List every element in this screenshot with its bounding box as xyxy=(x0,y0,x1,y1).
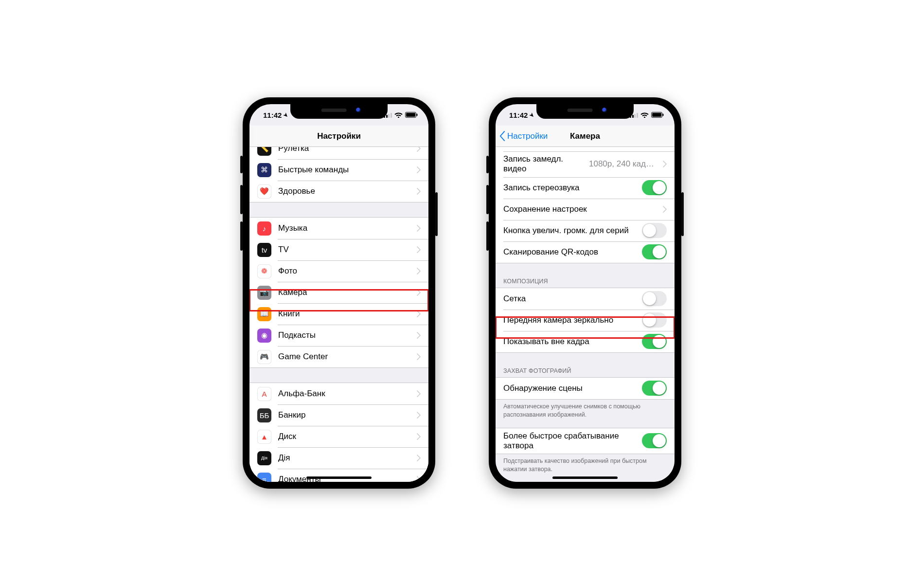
row-label: Сохранение настроек xyxy=(503,204,656,214)
settings-row-shortcuts[interactable]: ⌘ Быстрые команды xyxy=(249,159,428,181)
ruler-icon: 📏 xyxy=(257,147,271,156)
svg-rect-2 xyxy=(417,114,418,116)
row-label: Диск xyxy=(278,432,410,441)
row-label: Книги xyxy=(278,309,410,319)
nav-bar: Настройки xyxy=(249,126,428,147)
alfa-icon: A xyxy=(257,387,271,401)
chevron-right-icon xyxy=(417,289,421,296)
diia-icon: Дія xyxy=(257,451,271,465)
home-indicator xyxy=(552,476,618,479)
camera-row-fast-shutter[interactable]: Более быстрое срабатывание затвора xyxy=(496,428,675,454)
row-label: Более быстрое срабатывание затвора xyxy=(503,431,635,451)
toggle-switch[interactable] xyxy=(642,381,667,396)
nav-title: Настройки xyxy=(317,131,361,141)
row-detail: 1080p, 240 кад… xyxy=(589,159,654,169)
camera-row-stereo[interactable]: Запись стереозвука xyxy=(496,177,675,199)
toggle-switch[interactable] xyxy=(642,180,667,195)
row-label: Кнопка увелич. громк. для серий xyxy=(503,226,635,236)
camera-row-show-outside-frame[interactable]: Показывать вне кадра xyxy=(496,331,675,352)
settings-row-ruler[interactable]: 📏 Рулетка xyxy=(249,147,428,159)
settings-row-disk[interactable]: ▲ Диск xyxy=(249,426,428,447)
settings-row-tv[interactable]: tv TV xyxy=(249,239,428,260)
chevron-right-icon xyxy=(417,147,421,152)
row-label: Сетка xyxy=(503,294,635,304)
camera-row-video-record[interactable]: Запись видео 4K, 30 кадр/с xyxy=(496,147,675,151)
location-icon: ➤ xyxy=(282,111,290,119)
chevron-right-icon xyxy=(663,206,667,213)
row-label: TV xyxy=(278,245,410,255)
toggle-switch[interactable] xyxy=(642,312,667,328)
chevron-right-icon xyxy=(417,166,421,173)
battery-icon xyxy=(651,112,664,118)
settings-row-alfa[interactable]: A Альфа-Банк xyxy=(249,383,428,404)
row-label: Обнаружение сцены xyxy=(503,384,635,393)
settings-row-podcasts[interactable]: ◉ Подкасты xyxy=(249,325,428,346)
row-label: Рулетка xyxy=(278,147,410,153)
back-button[interactable]: Настройки xyxy=(499,126,548,146)
wifi-icon xyxy=(394,112,403,118)
toggle-switch[interactable] xyxy=(642,223,667,238)
section-header-composition: КОМПОЗИЦИЯ xyxy=(496,274,675,288)
settings-content[interactable]: 📏 Рулетка ⌘ Быстрые команды ❤️ Здоровье … xyxy=(249,147,428,482)
row-label: Музыка xyxy=(278,223,410,233)
photos-icon: ❁ xyxy=(257,264,271,278)
bankir-icon: ББ xyxy=(257,408,271,422)
settings-row-bankir[interactable]: ББ Банкир xyxy=(249,404,428,426)
svg-rect-5 xyxy=(663,114,664,116)
nav-bar: Настройки Камера xyxy=(496,126,675,147)
camera-row-preserve-settings[interactable]: Сохранение настроек xyxy=(496,199,675,220)
section-header-capture: ЗАХВАТ ФОТОГРАФИЙ xyxy=(496,364,675,377)
tv-icon: tv xyxy=(257,243,271,257)
docs-icon: ≡ xyxy=(257,473,271,482)
nav-title: Камера xyxy=(570,131,600,141)
chevron-right-icon xyxy=(417,332,421,339)
camera-row-slomo-record[interactable]: Запись замедл. видео 1080p, 240 кад… xyxy=(496,151,675,177)
row-label: Запись замедл. видео xyxy=(503,154,582,174)
home-indicator xyxy=(306,476,372,479)
row-label: Фото xyxy=(278,266,410,276)
settings-row-docs[interactable]: ≡ Документы xyxy=(249,469,428,482)
camera-row-scene-detect[interactable]: Обнаружение сцены xyxy=(496,378,675,399)
camera-settings-content[interactable]: Запись видео 4K, 30 кадр/с Запись замедл… xyxy=(496,147,675,482)
status-time: 11:42 xyxy=(509,111,528,119)
row-label: Быстрые команды xyxy=(278,165,410,175)
chevron-right-icon xyxy=(417,476,421,482)
chevron-right-icon xyxy=(417,188,421,195)
camera-row-grid[interactable]: Сетка xyxy=(496,288,675,310)
settings-row-photos[interactable]: ❁ Фото xyxy=(249,260,428,282)
camera-row-volume-burst[interactable]: Кнопка увелич. громк. для серий xyxy=(496,220,675,241)
phone-left: 11:42 ➤ Настройки 📏 Рулетка ⌘ Быстр xyxy=(243,97,435,489)
notch xyxy=(536,104,634,119)
settings-row-diia[interactable]: Дія Дія xyxy=(249,447,428,469)
chevron-right-icon xyxy=(417,455,421,461)
back-label: Настройки xyxy=(507,131,548,141)
camera-row-mirror-front[interactable]: Передняя камера зеркально xyxy=(496,310,675,331)
phone-right: 11:42 ➤ Настройки Камера xyxy=(489,97,681,489)
toggle-switch[interactable] xyxy=(642,433,667,448)
toggle-switch[interactable] xyxy=(642,291,667,306)
camera-icon: 📷 xyxy=(257,286,271,300)
row-label: Камера xyxy=(278,288,410,297)
section-footer-shutter: Подстраивать качество изображений при бы… xyxy=(496,454,675,475)
settings-row-books[interactable]: 📖 Книги xyxy=(249,303,428,325)
toggle-switch[interactable] xyxy=(642,244,667,259)
row-label: Передняя камера зеркально xyxy=(503,315,635,325)
chevron-right-icon xyxy=(417,412,421,419)
row-label: Показывать вне кадра xyxy=(503,337,635,347)
music-icon: ♪ xyxy=(257,221,271,236)
notch xyxy=(290,104,388,119)
settings-row-music[interactable]: ♪ Музыка xyxy=(249,218,428,239)
row-label: Альфа-Банк xyxy=(278,389,410,399)
toggle-switch[interactable] xyxy=(642,334,667,349)
svg-rect-4 xyxy=(652,113,661,117)
settings-row-health[interactable]: ❤️ Здоровье xyxy=(249,181,428,202)
settings-row-gamecenter[interactable]: 🎮 Game Center xyxy=(249,346,428,367)
camera-row-qr-scan[interactable]: Сканирование QR-кодов xyxy=(496,241,675,263)
chevron-right-icon xyxy=(417,268,421,275)
health-icon: ❤️ xyxy=(257,184,271,199)
chevron-right-icon xyxy=(417,311,421,317)
chevron-right-icon xyxy=(417,246,421,253)
row-label: Дія xyxy=(278,453,410,463)
disk-icon: ▲ xyxy=(257,430,271,444)
settings-row-camera[interactable]: 📷 Камера xyxy=(249,282,428,303)
